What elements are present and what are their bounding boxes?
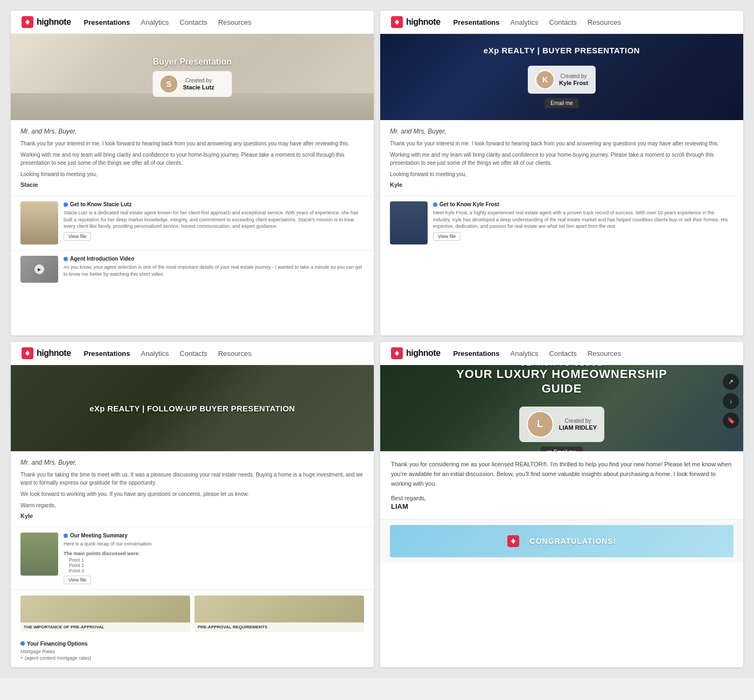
share-icon[interactable]: ↗ [723,374,739,390]
signature-3: Kyle [20,513,364,519]
thumb-img-2 [194,596,364,622]
congrats-img: CONGRATULATIONS! [390,525,734,557]
logo-icon-3 [22,347,33,359]
agent-image-1 [20,201,58,244]
agent-name-2: Kyle Frost [559,80,588,86]
agent-info-4: Created by LIAM RIDLEY [559,418,597,431]
congrats-logo-icon [507,535,519,547]
body-text-2c: Looking forward to meeting you, [390,170,734,178]
panel-4-body: Thank you for considering me as your lic… [380,451,743,519]
play-button-1[interactable]: ▶ [34,264,44,274]
bullet-3: Point 3 [64,568,364,573]
thumb-2: PRE-APPROVAL REQUIREMENTS [194,596,364,632]
nav-resources-4[interactable]: Resources [588,349,621,358]
nav-resources-2[interactable]: Resources [588,18,621,26]
view-file-btn-3[interactable]: View file [64,576,91,584]
hero-subtitle-2: GUIDE [542,382,582,396]
video-dot-1 [64,257,68,261]
email-btn-4[interactable]: ✉ Email me [541,446,583,452]
video-desc-1: As you know, your agent selection is one… [64,264,364,277]
thumb-1: THE IMPORTANCE OF PRE-APPROVAL [20,596,190,632]
content-right-2: Get to Know Kyle Frost Meet Kyle Frost, … [433,201,734,241]
content-dot-3 [64,534,68,538]
view-file-btn-1[interactable]: View file [64,232,91,241]
nav-2: highnote Presentations Analytics Contact… [380,11,743,34]
view-file-btn-2[interactable]: View file [433,232,460,241]
nav-presentations-4[interactable]: Presentations [453,349,500,358]
nav-resources-3[interactable]: Resources [218,349,252,358]
panel-3: highnote Presentations Analytics Contact… [11,342,374,667]
nav-contacts-1[interactable]: Contacts [180,18,207,26]
content-right-1: Get to Know Stacie Lutz Stacie Lutz is a… [64,201,364,241]
nav-analytics-1[interactable]: Analytics [141,18,169,26]
logo-1: highnote [22,16,71,28]
nav-presentations-1[interactable]: Presentations [84,18,130,26]
financing-dot [20,641,25,646]
bookmark-icon[interactable]: 🔖 [723,412,739,429]
nav-links-4: Presentations Analytics Contacts Resourc… [453,349,621,358]
hero-4: SEARCH TO CLOSE YOUR LUXURY HOMEOWNERSHI… [380,365,743,451]
bullet-1: Point 1 [64,557,364,563]
nav-analytics-2[interactable]: Analytics [511,18,539,26]
financing-title: Your Financing Options [27,641,88,647]
panel-4: highnote Presentations Analytics Contact… [380,342,743,667]
body-text-1a: Thank you for your interest in me. I loo… [20,139,364,148]
nav-contacts-4[interactable]: Contacts [549,349,577,358]
nav-1: highnote Presentations Analytics Contact… [11,11,374,34]
video-title-row-1: Agent Introduction Video [64,256,364,262]
agent-image-2 [390,201,428,244]
nav-contacts-2[interactable]: Contacts [549,18,577,26]
section1-desc-2: Meet Kyle Frost, a highly experienced re… [433,209,734,230]
hero-1: Buyer Presentation S Created by Stacie L… [11,34,374,120]
download-icon[interactable]: ↓ [723,393,739,409]
luxury-name: LIAM [391,502,732,510]
nav-links-3: Presentations Analytics Contacts Resourc… [84,349,252,358]
body-text-3b: We look forward to working with you. If … [20,490,364,498]
congrats-text: CONGRATULATIONS! [530,537,617,545]
financing-section-3: Your Financing Options Mortgage Rates + … [11,638,374,667]
section1-title-2: Get to Know Kyle Frost [439,201,499,207]
nav-resources-1[interactable]: Resources [218,18,252,26]
nav-links-1: Presentations Analytics Contacts Resourc… [84,18,252,26]
thumb-text-1: THE IMPORTANCE OF PRE-APPROVAL [20,622,190,632]
body-text-1b: Working with me and my team will bring c… [20,151,364,167]
logo-4: highnote [391,347,441,359]
body-text-2a: Thank you for your interest in me. I loo… [390,139,734,148]
nav-presentations-2[interactable]: Presentations [453,18,500,26]
panel-1-body: Mr. and Mrs. Buyer, Thank you for your i… [11,120,374,195]
video-thumb-1: ▶ [20,256,58,283]
hero-title-1: Buyer Presentation [153,57,232,67]
section1-title-3: Our Meeting Summary [70,533,128,538]
congrats-area: CONGRATULATIONS! [380,519,743,563]
email-btn-2[interactable]: Email me [545,98,578,108]
nav-analytics-3[interactable]: Analytics [141,349,169,358]
section1-title-1: Get to Know Stacie Lutz [70,201,131,207]
logo-2: highnote [391,16,441,28]
nav-analytics-4[interactable]: Analytics [511,349,539,358]
financing-desc: Mortgage Rates [20,648,364,655]
video-content-1: Agent Introduction Video As you know, yo… [64,256,364,277]
logo-text-2: highnote [406,17,441,27]
nav-links-2: Presentations Analytics Contacts Resourc… [453,18,621,26]
created-by-label-4: Created by [559,418,597,424]
kitchen-counter [11,93,374,120]
content-title-row-1: Get to Know Stacie Lutz [64,201,364,207]
signature-2: Kyle [390,181,734,188]
logo-text-4: highnote [406,348,441,358]
nav-contacts-3[interactable]: Contacts [180,349,207,358]
kyle-hero-title: eXp REALTY | BUYER PRESENTATION [484,46,640,55]
content-dot-1 [64,202,68,207]
meeting-summary-sub: The main points discussed were: [64,551,364,556]
logo-text-3: highnote [37,348,71,358]
content-row-1: Get to Know Stacie Lutz Stacie Lutz is a… [11,195,374,250]
body-text-3c: Warm regards, [20,501,364,509]
main-grid: highnote Presentations Analytics Contact… [0,0,754,678]
panel-1: highnote Presentations Analytics Contact… [11,11,374,335]
nav-presentations-3[interactable]: Presentations [84,349,130,358]
greeting-2: Mr. and Mrs. Buyer, [390,128,734,135]
section1-desc-1: Stacie Lutz is a dedicated real estate a… [64,209,364,230]
side-icons-4: ↗ ↓ 🔖 [723,374,739,429]
content-right-3: Our Meeting Summary Here is a quick reca… [64,533,364,584]
agent-avatar-2: K [535,70,555,89]
logo-icon-2 [391,16,403,28]
